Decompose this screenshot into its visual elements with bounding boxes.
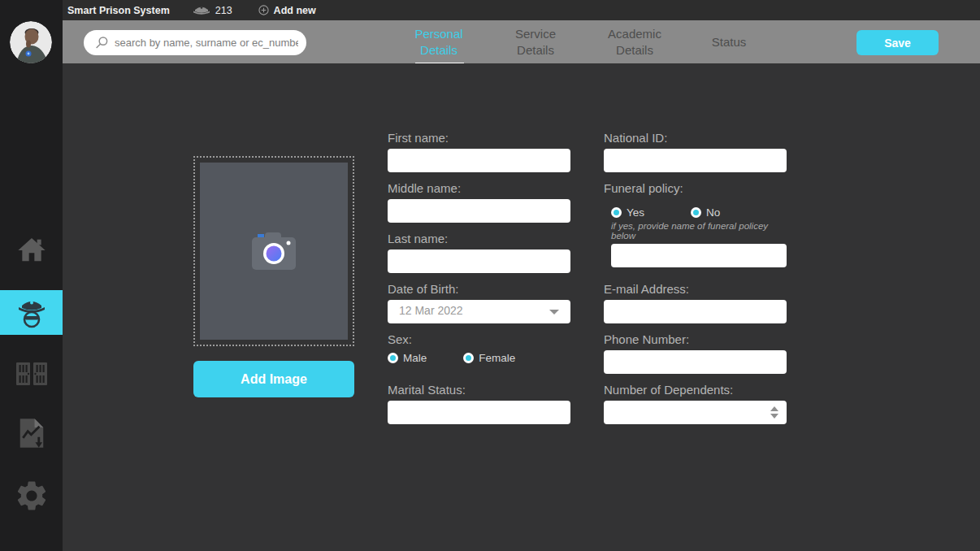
marital-status-label: Marital Status: (388, 383, 570, 397)
dependents-stepper[interactable] (770, 406, 778, 419)
photo-placeholder (200, 163, 348, 340)
sex-label: Sex: (388, 332, 570, 346)
tab-status[interactable]: Status (695, 20, 763, 63)
tab-personal-details[interactable]: Personal Details (405, 20, 473, 63)
middle-name-input[interactable] (388, 199, 570, 223)
prison-cells-icon (15, 361, 48, 387)
email-input[interactable] (604, 300, 787, 323)
first-name-group: First name: (388, 131, 570, 172)
funeral-yes-radio[interactable]: Yes (611, 206, 644, 219)
national-id-input[interactable] (604, 149, 787, 172)
form-column-left: First name: Middle name: Last name: Date… (388, 63, 570, 551)
stepper-up-icon[interactable] (770, 406, 778, 411)
sidebar-item-settings[interactable] (0, 476, 63, 515)
dependents-group: Number of Dependents: (604, 383, 787, 424)
tab-service-details[interactable]: Service Details (501, 20, 570, 63)
add-new-button[interactable]: Add new (258, 5, 316, 16)
camera-icon (252, 232, 296, 270)
funeral-policy-label: Funeral policy: (604, 181, 787, 195)
marital-status-group: Marital Status: (388, 383, 570, 424)
radio-icon (691, 207, 701, 218)
radio-icon (611, 207, 622, 218)
main-content: Add Image First name: Middle name: Last … (63, 63, 980, 551)
funeral-policy-input[interactable] (611, 244, 787, 267)
sidebar (0, 0, 63, 551)
middle-name-group: Middle name: (388, 181, 570, 223)
search-icon (95, 36, 109, 50)
funeral-yes-label: Yes (627, 206, 644, 219)
email-group: E-mail Address: (604, 282, 787, 323)
radio-icon (463, 353, 474, 363)
marital-status-input[interactable] (388, 401, 570, 424)
phone-label: Phone Number: (604, 332, 787, 346)
save-button[interactable]: Save (856, 30, 939, 55)
avatar[interactable] (10, 21, 52, 63)
header-bar: Personal Details Service Details Academi… (63, 20, 980, 63)
last-name-label: Last name: (388, 232, 570, 245)
prisoner-count: 213 (215, 5, 232, 16)
sidebar-item-cells[interactable] (0, 358, 63, 390)
first-name-label: First name: (388, 131, 570, 145)
search-bar[interactable] (84, 30, 306, 55)
first-name-input[interactable] (388, 149, 570, 172)
national-id-group: National ID: (604, 131, 787, 172)
last-name-group: Last name: (388, 232, 570, 273)
dependents-input[interactable] (604, 401, 787, 424)
middle-name-label: Middle name: (388, 181, 570, 195)
photo-dropzone[interactable] (193, 156, 354, 346)
search-input[interactable] (115, 37, 298, 49)
phone-group: Phone Number: (604, 332, 787, 374)
add-new-label: Add new (274, 5, 316, 16)
add-new-plus-icon (258, 5, 269, 15)
tab-academic-details[interactable]: Academic Details (601, 20, 669, 63)
form-column-right: National ID: Funeral policy: Yes No if y… (604, 63, 787, 551)
chevron-down-icon (549, 310, 559, 315)
funeral-no-label: No (706, 206, 720, 219)
sidebar-item-reports[interactable] (0, 414, 63, 452)
funeral-policy-hint: if yes, provide name of funeral policey … (611, 221, 787, 241)
national-id-label: National ID: (604, 131, 787, 145)
topbar: Smart Prison System 213 Add new (63, 0, 980, 20)
radio-icon (388, 353, 398, 363)
date-of-birth-group: Date of Birth: 12 Mar 2022 (388, 282, 570, 323)
phone-input[interactable] (604, 350, 787, 374)
report-download-icon (19, 418, 45, 449)
date-of-birth-value: 12 Mar 2022 (399, 304, 463, 317)
sex-male-radio[interactable]: Male (388, 352, 427, 364)
sex-group: Sex: Male Female (388, 332, 570, 364)
email-label: E-mail Address: (604, 282, 787, 296)
home-icon (15, 234, 48, 267)
police-cap-icon (193, 4, 210, 16)
police-officer-icon (14, 295, 50, 331)
sidebar-item-officers[interactable] (0, 290, 63, 335)
funeral-no-radio[interactable]: No (691, 206, 720, 219)
user-photo (10, 21, 52, 63)
sex-male-label: Male (403, 352, 427, 364)
app-title: Smart Prison System (67, 5, 170, 16)
add-image-button[interactable]: Add Image (193, 361, 354, 397)
dependents-label: Number of Dependents: (604, 383, 787, 397)
date-of-birth-label: Date of Birth: (388, 282, 570, 296)
date-of-birth-select[interactable]: 12 Mar 2022 (388, 300, 570, 323)
sex-female-radio[interactable]: Female (463, 352, 515, 364)
stepper-down-icon[interactable] (770, 414, 778, 419)
sidebar-item-home[interactable] (0, 232, 63, 268)
last-name-input[interactable] (388, 249, 570, 273)
settings-gear-icon (14, 478, 50, 514)
sex-female-label: Female (479, 352, 515, 364)
